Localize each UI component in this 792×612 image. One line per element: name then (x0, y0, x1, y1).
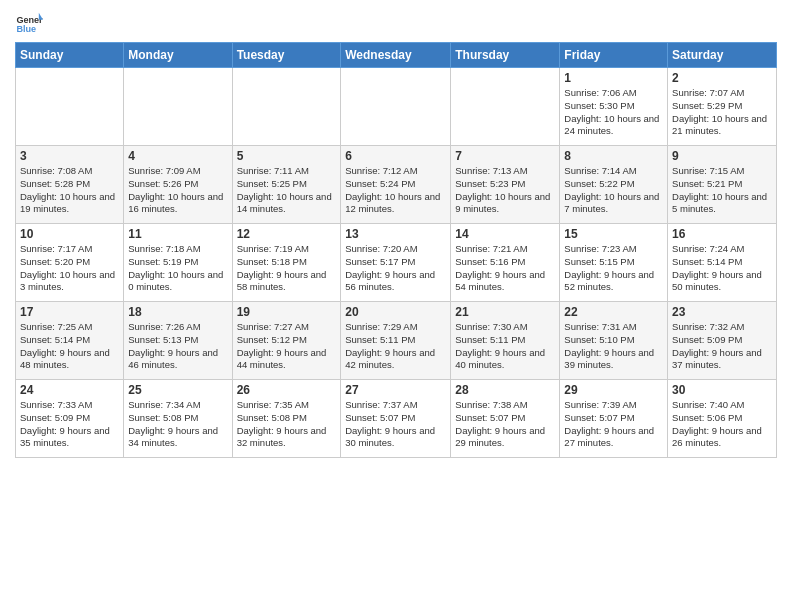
day-info: Sunrise: 7:18 AMSunset: 5:19 PMDaylight:… (128, 243, 227, 294)
calendar-cell: 10Sunrise: 7:17 AMSunset: 5:20 PMDayligh… (16, 224, 124, 302)
calendar-cell (451, 68, 560, 146)
day-info: Sunrise: 7:40 AMSunset: 5:06 PMDaylight:… (672, 399, 772, 450)
header-row: General Blue (15, 10, 777, 38)
day-number: 27 (345, 383, 446, 397)
calendar-cell: 2Sunrise: 7:07 AMSunset: 5:29 PMDaylight… (668, 68, 777, 146)
calendar-cell: 11Sunrise: 7:18 AMSunset: 5:19 PMDayligh… (124, 224, 232, 302)
day-info: Sunrise: 7:14 AMSunset: 5:22 PMDaylight:… (564, 165, 663, 216)
day-number: 14 (455, 227, 555, 241)
day-info: Sunrise: 7:09 AMSunset: 5:26 PMDaylight:… (128, 165, 227, 216)
day-number: 28 (455, 383, 555, 397)
day-number: 8 (564, 149, 663, 163)
day-number: 6 (345, 149, 446, 163)
day-number: 3 (20, 149, 119, 163)
calendar-cell: 29Sunrise: 7:39 AMSunset: 5:07 PMDayligh… (560, 380, 668, 458)
calendar-cell: 21Sunrise: 7:30 AMSunset: 5:11 PMDayligh… (451, 302, 560, 380)
calendar-cell: 20Sunrise: 7:29 AMSunset: 5:11 PMDayligh… (341, 302, 451, 380)
calendar-week-row: 3Sunrise: 7:08 AMSunset: 5:28 PMDaylight… (16, 146, 777, 224)
day-number: 19 (237, 305, 337, 319)
weekday-header: Thursday (451, 43, 560, 68)
calendar-cell (341, 68, 451, 146)
weekday-header: Sunday (16, 43, 124, 68)
day-info: Sunrise: 7:25 AMSunset: 5:14 PMDaylight:… (20, 321, 119, 372)
day-number: 13 (345, 227, 446, 241)
calendar-header-row: SundayMondayTuesdayWednesdayThursdayFrid… (16, 43, 777, 68)
calendar-cell: 26Sunrise: 7:35 AMSunset: 5:08 PMDayligh… (232, 380, 341, 458)
calendar-table: SundayMondayTuesdayWednesdayThursdayFrid… (15, 42, 777, 458)
day-number: 9 (672, 149, 772, 163)
logo: General Blue (15, 10, 45, 38)
calendar-week-row: 17Sunrise: 7:25 AMSunset: 5:14 PMDayligh… (16, 302, 777, 380)
day-number: 30 (672, 383, 772, 397)
day-info: Sunrise: 7:27 AMSunset: 5:12 PMDaylight:… (237, 321, 337, 372)
calendar-cell: 28Sunrise: 7:38 AMSunset: 5:07 PMDayligh… (451, 380, 560, 458)
calendar-cell: 8Sunrise: 7:14 AMSunset: 5:22 PMDaylight… (560, 146, 668, 224)
svg-text:Blue: Blue (16, 24, 36, 34)
day-number: 11 (128, 227, 227, 241)
day-info: Sunrise: 7:37 AMSunset: 5:07 PMDaylight:… (345, 399, 446, 450)
calendar-cell: 13Sunrise: 7:20 AMSunset: 5:17 PMDayligh… (341, 224, 451, 302)
day-info: Sunrise: 7:07 AMSunset: 5:29 PMDaylight:… (672, 87, 772, 138)
calendar-cell: 1Sunrise: 7:06 AMSunset: 5:30 PMDaylight… (560, 68, 668, 146)
day-info: Sunrise: 7:32 AMSunset: 5:09 PMDaylight:… (672, 321, 772, 372)
calendar-cell: 23Sunrise: 7:32 AMSunset: 5:09 PMDayligh… (668, 302, 777, 380)
calendar-cell (124, 68, 232, 146)
day-number: 23 (672, 305, 772, 319)
weekday-header: Monday (124, 43, 232, 68)
day-info: Sunrise: 7:06 AMSunset: 5:30 PMDaylight:… (564, 87, 663, 138)
day-number: 10 (20, 227, 119, 241)
calendar-cell: 7Sunrise: 7:13 AMSunset: 5:23 PMDaylight… (451, 146, 560, 224)
calendar-cell: 16Sunrise: 7:24 AMSunset: 5:14 PMDayligh… (668, 224, 777, 302)
calendar-cell: 27Sunrise: 7:37 AMSunset: 5:07 PMDayligh… (341, 380, 451, 458)
main-container: General Blue SundayMondayTuesdayWednesda… (0, 0, 792, 463)
logo-icon: General Blue (15, 10, 43, 38)
calendar-cell: 5Sunrise: 7:11 AMSunset: 5:25 PMDaylight… (232, 146, 341, 224)
day-info: Sunrise: 7:38 AMSunset: 5:07 PMDaylight:… (455, 399, 555, 450)
day-info: Sunrise: 7:33 AMSunset: 5:09 PMDaylight:… (20, 399, 119, 450)
day-number: 17 (20, 305, 119, 319)
day-number: 24 (20, 383, 119, 397)
day-number: 2 (672, 71, 772, 85)
day-info: Sunrise: 7:29 AMSunset: 5:11 PMDaylight:… (345, 321, 446, 372)
day-info: Sunrise: 7:39 AMSunset: 5:07 PMDaylight:… (564, 399, 663, 450)
day-number: 18 (128, 305, 227, 319)
day-info: Sunrise: 7:19 AMSunset: 5:18 PMDaylight:… (237, 243, 337, 294)
calendar-cell: 18Sunrise: 7:26 AMSunset: 5:13 PMDayligh… (124, 302, 232, 380)
calendar-week-row: 24Sunrise: 7:33 AMSunset: 5:09 PMDayligh… (16, 380, 777, 458)
calendar-cell: 14Sunrise: 7:21 AMSunset: 5:16 PMDayligh… (451, 224, 560, 302)
calendar-week-row: 10Sunrise: 7:17 AMSunset: 5:20 PMDayligh… (16, 224, 777, 302)
calendar-cell: 19Sunrise: 7:27 AMSunset: 5:12 PMDayligh… (232, 302, 341, 380)
day-number: 4 (128, 149, 227, 163)
calendar-cell: 17Sunrise: 7:25 AMSunset: 5:14 PMDayligh… (16, 302, 124, 380)
day-info: Sunrise: 7:15 AMSunset: 5:21 PMDaylight:… (672, 165, 772, 216)
day-number: 21 (455, 305, 555, 319)
day-number: 22 (564, 305, 663, 319)
day-info: Sunrise: 7:20 AMSunset: 5:17 PMDaylight:… (345, 243, 446, 294)
day-number: 12 (237, 227, 337, 241)
day-number: 26 (237, 383, 337, 397)
day-info: Sunrise: 7:17 AMSunset: 5:20 PMDaylight:… (20, 243, 119, 294)
day-info: Sunrise: 7:26 AMSunset: 5:13 PMDaylight:… (128, 321, 227, 372)
day-info: Sunrise: 7:21 AMSunset: 5:16 PMDaylight:… (455, 243, 555, 294)
day-info: Sunrise: 7:12 AMSunset: 5:24 PMDaylight:… (345, 165, 446, 216)
day-info: Sunrise: 7:11 AMSunset: 5:25 PMDaylight:… (237, 165, 337, 216)
day-info: Sunrise: 7:24 AMSunset: 5:14 PMDaylight:… (672, 243, 772, 294)
weekday-header: Tuesday (232, 43, 341, 68)
weekday-header: Friday (560, 43, 668, 68)
calendar-cell: 12Sunrise: 7:19 AMSunset: 5:18 PMDayligh… (232, 224, 341, 302)
calendar-cell: 30Sunrise: 7:40 AMSunset: 5:06 PMDayligh… (668, 380, 777, 458)
day-number: 16 (672, 227, 772, 241)
calendar-cell: 15Sunrise: 7:23 AMSunset: 5:15 PMDayligh… (560, 224, 668, 302)
day-number: 15 (564, 227, 663, 241)
calendar-cell: 6Sunrise: 7:12 AMSunset: 5:24 PMDaylight… (341, 146, 451, 224)
calendar-week-row: 1Sunrise: 7:06 AMSunset: 5:30 PMDaylight… (16, 68, 777, 146)
calendar-cell (232, 68, 341, 146)
calendar-cell: 25Sunrise: 7:34 AMSunset: 5:08 PMDayligh… (124, 380, 232, 458)
day-info: Sunrise: 7:31 AMSunset: 5:10 PMDaylight:… (564, 321, 663, 372)
day-info: Sunrise: 7:23 AMSunset: 5:15 PMDaylight:… (564, 243, 663, 294)
day-info: Sunrise: 7:30 AMSunset: 5:11 PMDaylight:… (455, 321, 555, 372)
calendar-cell: 4Sunrise: 7:09 AMSunset: 5:26 PMDaylight… (124, 146, 232, 224)
day-number: 25 (128, 383, 227, 397)
weekday-header: Wednesday (341, 43, 451, 68)
day-number: 29 (564, 383, 663, 397)
